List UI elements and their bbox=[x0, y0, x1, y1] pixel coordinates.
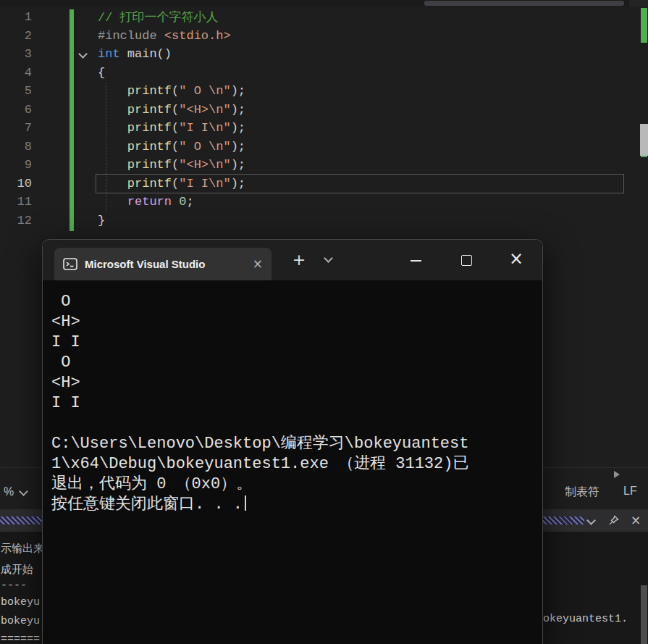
code-text: printf("<H>\n"); bbox=[96, 101, 623, 119]
panel-header-icons: × bbox=[583, 512, 644, 528]
code-area[interactable]: 1// 打印一个字符小人2#include <stdio.h>3int main… bbox=[0, 8, 638, 230]
console-body[interactable]: O<H>I I O<H>I IC:\Users\Lenovo\Desktop\编… bbox=[43, 280, 542, 644]
change-mark bbox=[641, 8, 647, 43]
title-menu-strip bbox=[0, 0, 648, 7]
line-number[interactable]: 7 bbox=[0, 121, 32, 135]
scrollbar-thumb[interactable] bbox=[640, 124, 648, 156]
output-text-fragment: ====== bbox=[1, 633, 40, 644]
code-line[interactable]: 4{ bbox=[0, 64, 638, 83]
console-line: O bbox=[51, 292, 535, 312]
console-titlebar[interactable]: Microsoft Visual Studio × + × bbox=[43, 240, 542, 280]
code-text: printf("I I\n"); bbox=[96, 175, 623, 193]
code-line[interactable]: 5 printf(" O \n"); bbox=[0, 82, 638, 101]
line-number[interactable]: 3 bbox=[0, 47, 32, 61]
console-tab[interactable]: Microsoft Visual Studio × bbox=[54, 248, 272, 280]
code-line[interactable]: 10 printf("I I\n"); bbox=[0, 175, 638, 193]
close-icon[interactable]: × bbox=[509, 250, 523, 267]
code-line[interactable]: 8 printf(" O \n"); bbox=[0, 138, 638, 156]
console-line bbox=[51, 414, 535, 434]
code-text: // 打印一个字符小人 bbox=[96, 8, 623, 26]
code-text: printf("I I\n"); bbox=[96, 119, 623, 137]
code-text: printf(" O \n"); bbox=[96, 82, 623, 100]
console-line: I I bbox=[51, 333, 535, 353]
output-scrollbar[interactable] bbox=[641, 585, 647, 644]
line-number[interactable]: 9 bbox=[0, 158, 32, 172]
search-box[interactable] bbox=[424, 1, 624, 6]
console-line: <H> bbox=[51, 373, 535, 393]
line-number[interactable]: 12 bbox=[0, 214, 32, 227]
panel-menu-button[interactable] bbox=[583, 512, 599, 528]
line-number[interactable]: 8 bbox=[0, 140, 32, 154]
console-window: Microsoft Visual Studio × + × O<H>I I O<… bbox=[42, 239, 543, 644]
overview-ruler[interactable] bbox=[639, 7, 648, 467]
output-text-fragment: bokeyu bbox=[1, 596, 40, 609]
maximize-icon[interactable] bbox=[461, 255, 472, 266]
window-controls-area bbox=[629, 0, 648, 7]
output-text-fragment: bokeyu bbox=[1, 615, 40, 627]
line-number[interactable]: 2 bbox=[0, 29, 32, 43]
close-icon: × bbox=[631, 514, 641, 527]
console-line: C:\Users\Lenovo\Desktop\编程学习\bokeyuantes… bbox=[51, 434, 535, 454]
tab-dropdown-icon[interactable] bbox=[324, 254, 333, 263]
code-line[interactable]: 11 return 0; bbox=[0, 193, 638, 212]
code-line[interactable]: 12} bbox=[0, 212, 638, 230]
code-text: return 0; bbox=[96, 193, 623, 211]
output-text-fragment: ---- bbox=[1, 580, 27, 592]
console-line: O bbox=[51, 353, 535, 373]
console-line: 退出，代码为 0 （0x0）。 bbox=[51, 474, 535, 495]
code-line[interactable]: 3int main() bbox=[0, 45, 638, 64]
line-number[interactable]: 1 bbox=[0, 10, 32, 24]
pin-icon bbox=[608, 515, 619, 526]
chevron-down-icon[interactable] bbox=[19, 487, 28, 496]
output-text-fragment: okeyuantest1. bbox=[543, 613, 628, 625]
text-cursor bbox=[245, 495, 246, 511]
code-line[interactable]: 9 printf("<H>\n"); bbox=[0, 156, 638, 175]
console-line: 1\x64\Debug\bokeyuantest1.exe （进程 31132)… bbox=[51, 454, 535, 474]
code-line[interactable]: 1// 打印一个字符小人 bbox=[0, 8, 638, 27]
console-line: <H> bbox=[51, 312, 535, 333]
fold-chevron-icon[interactable] bbox=[70, 51, 96, 57]
code-line[interactable]: 2#include <stdio.h> bbox=[0, 27, 638, 46]
scroll-right-arrow-icon[interactable] bbox=[614, 471, 620, 478]
new-tab-button[interactable]: + bbox=[289, 249, 309, 269]
code-line[interactable]: 6 printf("<H>\n"); bbox=[0, 101, 638, 120]
code-text: printf("<H>\n"); bbox=[96, 156, 623, 174]
console-icon bbox=[63, 258, 77, 270]
code-text: { bbox=[96, 64, 623, 82]
line-number[interactable]: 4 bbox=[0, 66, 32, 80]
status-item-eol[interactable]: LF bbox=[623, 485, 637, 498]
console-tab-title: Microsoft Visual Studio bbox=[85, 258, 245, 270]
console-line: 按任意键关闭此窗口. . . bbox=[51, 495, 535, 515]
minimize-icon[interactable] bbox=[411, 260, 421, 262]
vs-window: 1// 打印一个字符小人2#include <stdio.h>3int main… bbox=[0, 0, 648, 644]
panel-close-button[interactable]: × bbox=[628, 512, 644, 528]
code-text: } bbox=[96, 212, 623, 230]
pin-button[interactable] bbox=[605, 512, 621, 528]
code-text: #include <stdio.h> bbox=[96, 27, 623, 45]
code-text: int main() bbox=[96, 45, 623, 63]
output-text-fragment: 成开始 bbox=[1, 563, 33, 577]
line-number[interactable]: 5 bbox=[0, 84, 32, 98]
code-text: printf(" O \n"); bbox=[96, 138, 623, 156]
zoom-control[interactable]: % bbox=[4, 485, 14, 498]
code-line[interactable]: 7 printf("I I\n"); bbox=[0, 119, 638, 138]
status-item-tabs[interactable]: 制表符 bbox=[565, 485, 599, 500]
console-line: I I bbox=[51, 393, 535, 414]
line-number[interactable]: 11 bbox=[0, 195, 32, 209]
output-text-fragment: 示输出来 bbox=[1, 542, 44, 556]
line-number[interactable]: 6 bbox=[0, 103, 32, 117]
chevron-down-icon bbox=[586, 516, 596, 525]
tab-close-icon[interactable]: × bbox=[253, 258, 263, 270]
line-number[interactable]: 10 bbox=[0, 177, 32, 191]
